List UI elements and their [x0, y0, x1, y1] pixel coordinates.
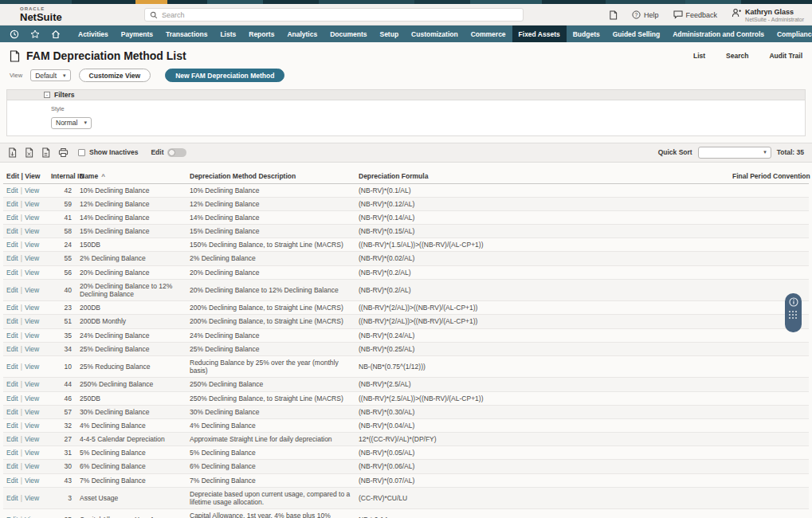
view-link[interactable]: View: [25, 394, 39, 402]
column-header-formula[interactable]: Depreciation Formula: [355, 170, 729, 184]
style-select[interactable]: Normal ▾: [51, 117, 92, 129]
edit-link[interactable]: Edit: [6, 345, 18, 353]
feedback-button[interactable]: Feedback: [673, 10, 718, 19]
nav-item-fixed-assets[interactable]: Fixed Assets: [512, 26, 567, 42]
view-link[interactable]: View: [25, 241, 39, 249]
nav-item-administration-and-controls[interactable]: Administration and Controls: [666, 26, 771, 42]
internal-id: 35: [48, 328, 76, 342]
view-link[interactable]: View: [25, 363, 39, 371]
internal-id: 56: [48, 265, 76, 279]
edit-link[interactable]: Edit: [6, 241, 18, 249]
view-link[interactable]: View: [25, 422, 39, 430]
export-excel-icon[interactable]: [25, 147, 33, 158]
edit-link[interactable]: Edit: [6, 254, 18, 262]
edit-link[interactable]: Edit: [6, 227, 18, 235]
view-select[interactable]: Default ▾: [30, 69, 70, 81]
list-link[interactable]: List: [693, 52, 705, 60]
nav-item-analytics[interactable]: Analytics: [280, 26, 324, 42]
nav-item-lists[interactable]: Lists: [214, 26, 242, 42]
netsuite-logo[interactable]: ORACLE NetSuite: [20, 6, 62, 22]
nav-item-guided-selling[interactable]: Guided Selling: [606, 26, 667, 42]
edit-link[interactable]: Edit: [6, 317, 18, 325]
edit-link[interactable]: Edit: [6, 200, 18, 208]
edit-link[interactable]: Edit: [6, 394, 18, 402]
view-link[interactable]: View: [25, 269, 39, 277]
edit-link[interactable]: Edit: [6, 286, 18, 294]
edit-link[interactable]: Edit: [6, 422, 18, 430]
view-link[interactable]: View: [25, 332, 39, 339]
view-link[interactable]: View: [25, 380, 39, 388]
quick-sort-select[interactable]: ▾: [698, 147, 771, 159]
new-fam-depreciation-method-button[interactable]: New FAM Depreciation Method: [165, 69, 284, 82]
edit-link[interactable]: Edit: [6, 380, 18, 388]
view-link[interactable]: View: [25, 435, 39, 443]
nav-item-transactions[interactable]: Transactions: [159, 26, 214, 42]
nav-item-setup[interactable]: Setup: [373, 26, 405, 42]
info-icon[interactable]: [789, 297, 798, 307]
column-header-description[interactable]: Depreciation Method Description: [186, 170, 355, 184]
method-formula: (NB-RV)*(0.07/AL): [355, 473, 729, 487]
audit-trail-link[interactable]: Audit Trail: [769, 52, 802, 60]
edit-link[interactable]: Edit: [6, 214, 18, 222]
edit-link[interactable]: Edit: [6, 494, 18, 502]
export-csv-icon[interactable]: [8, 147, 17, 158]
search-link[interactable]: Search: [726, 52, 748, 60]
edit-link[interactable]: Edit: [6, 186, 18, 194]
view-link[interactable]: View: [25, 494, 39, 502]
filters-collapse-button[interactable]: -: [44, 92, 50, 98]
method-formula: (NB-RV)*(0.2/AL): [355, 265, 729, 279]
edit-link[interactable]: Edit: [6, 269, 18, 277]
view-link[interactable]: View: [25, 200, 39, 208]
nav-item-compliance-365[interactable]: Compliance 365: [771, 26, 812, 42]
view-link[interactable]: View: [25, 254, 39, 262]
column-header-edit-view[interactable]: Edit | View: [3, 170, 48, 184]
view-link[interactable]: View: [25, 408, 39, 416]
edit-link[interactable]: Edit: [6, 332, 18, 339]
method-name: 250% Declining Balance: [76, 378, 186, 391]
assistance-widget[interactable]: [785, 293, 802, 332]
view-link[interactable]: View: [25, 227, 39, 235]
final-period-convention: [729, 460, 809, 473]
edit-link[interactable]: Edit: [6, 477, 18, 485]
view-link[interactable]: View: [25, 304, 39, 312]
edit-link[interactable]: Edit: [6, 363, 18, 371]
help-button[interactable]: ? Help: [632, 10, 659, 19]
view-link[interactable]: View: [25, 286, 39, 294]
sort-ascending-icon: ^: [101, 173, 105, 180]
export-pdf-icon[interactable]: [41, 147, 50, 158]
edit-link[interactable]: Edit: [6, 462, 18, 470]
edit-link[interactable]: Edit: [6, 408, 18, 416]
nav-item-commerce[interactable]: Commerce: [465, 26, 512, 42]
final-period-convention: [729, 265, 809, 279]
nav-item-reports[interactable]: Reports: [242, 26, 280, 42]
user-menu[interactable]: Kathryn Glass NetSuite - Administrator: [732, 8, 804, 22]
view-link[interactable]: View: [25, 462, 39, 470]
edit-link[interactable]: Edit: [6, 449, 18, 457]
view-link[interactable]: View: [25, 345, 39, 353]
nav-item-documents[interactable]: Documents: [324, 26, 373, 42]
show-inactives-checkbox[interactable]: [78, 149, 85, 156]
recents-icon[interactable]: [10, 29, 19, 39]
nav-item-budgets[interactable]: Budgets: [567, 26, 606, 42]
nav-item-activities[interactable]: Activities: [72, 26, 115, 42]
table-row: Edit|View1025% Reducing BalanceReducing …: [3, 355, 809, 377]
view-link[interactable]: View: [25, 186, 39, 194]
customize-view-button[interactable]: Customize View: [79, 69, 151, 82]
edit-link[interactable]: Edit: [6, 435, 18, 443]
shortcuts-star-icon[interactable]: [30, 29, 40, 39]
nav-item-payments[interactable]: Payments: [115, 26, 159, 42]
view-link[interactable]: View: [25, 477, 39, 485]
column-header-name[interactable]: Name^: [76, 170, 186, 184]
home-icon[interactable]: [51, 29, 61, 39]
nav-item-customization[interactable]: Customization: [405, 26, 465, 42]
column-header-final-period-convention[interactable]: Final Period Convention: [729, 170, 809, 184]
print-icon[interactable]: [58, 147, 69, 158]
edit-link[interactable]: Edit: [6, 304, 18, 312]
view-link[interactable]: View: [25, 317, 39, 325]
view-link[interactable]: View: [25, 449, 39, 457]
create-new-button[interactable]: [609, 10, 618, 20]
view-link[interactable]: View: [25, 214, 39, 222]
global-search-input[interactable]: Search: [144, 8, 524, 22]
edit-toggle[interactable]: [167, 148, 186, 157]
column-header-internal-id[interactable]: Internal ID: [48, 170, 76, 184]
